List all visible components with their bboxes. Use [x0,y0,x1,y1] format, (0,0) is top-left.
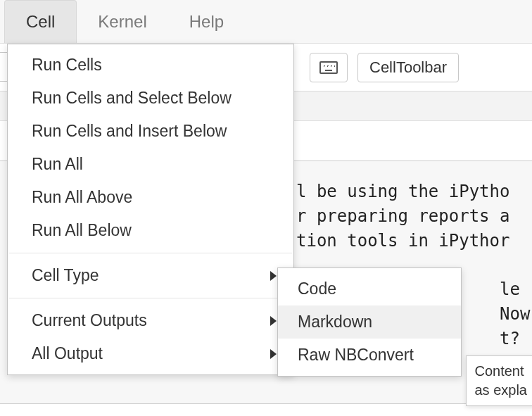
menu-item-run-all[interactable]: Run All [8,148,293,181]
menu-item-run-cells[interactable]: Run Cells [8,49,293,82]
tooltip-line: Content [475,362,528,381]
menu-divider [9,298,292,298]
menu-item-label: Current Outputs [32,311,147,330]
menu-kernel[interactable]: Kernel [77,0,167,43]
tooltip: Content as expla [466,355,533,406]
menu-item-run-all-above[interactable]: Run All Above [8,181,293,214]
menu-item-label: Run All Below [32,221,132,240]
menu-item-label: Cell Type [32,266,99,285]
cell-line: l be using the iPytho [296,182,509,201]
menu-item-label: Code [298,279,336,298]
menu-item-label: All Output [32,344,103,363]
menu-help[interactable]: Help [168,0,245,43]
tooltip-line: as expla [475,381,528,400]
submenu-item-markdown[interactable]: Markdown [278,305,461,339]
menu-item-label: Run All [32,155,83,174]
cell-line: r preparing reports a [296,206,509,226]
menu-item-label: Run Cells [32,56,102,75]
chevron-right-icon [270,316,277,326]
menu-item-cell-type[interactable]: Cell Type [8,259,293,292]
submenu-item-raw-nbconvert[interactable]: Raw NBConvert [278,339,461,372]
menu-item-run-cells-select-below[interactable]: Run Cells and Select Below [8,82,293,115]
keyboard-icon [319,61,338,74]
cell-type-submenu: Code Markdown Raw NBConvert [277,267,462,377]
menu-item-label: Markdown [298,313,372,332]
menu-item-run-all-below[interactable]: Run All Below [8,214,293,247]
keyboard-shortcuts-button[interactable] [310,53,348,82]
cell-dropdown-menu: Run Cells Run Cells and Select Below Run… [7,44,294,375]
menu-bar: Cell Kernel Help [0,0,532,44]
menu-cell[interactable]: Cell [4,0,77,43]
menu-item-run-cells-insert-below[interactable]: Run Cells and Insert Below [8,115,293,148]
cell-line: tion tools in iPythor [296,231,509,251]
menu-item-label: Run Cells and Insert Below [32,122,227,141]
menu-item-current-outputs[interactable]: Current Outputs [8,304,293,337]
menu-item-all-output[interactable]: All Output [8,337,293,370]
cell-toolbar-button[interactable]: CellToolbar [357,53,459,82]
chevron-right-icon [270,271,277,281]
menu-item-label: Run All Above [32,188,132,207]
menu-divider [9,253,292,253]
menu-item-label: Raw NBConvert [298,346,414,365]
menu-item-label: Run Cells and Select Below [32,89,232,108]
submenu-item-code[interactable]: Code [278,272,461,305]
chevron-right-icon [270,349,277,359]
